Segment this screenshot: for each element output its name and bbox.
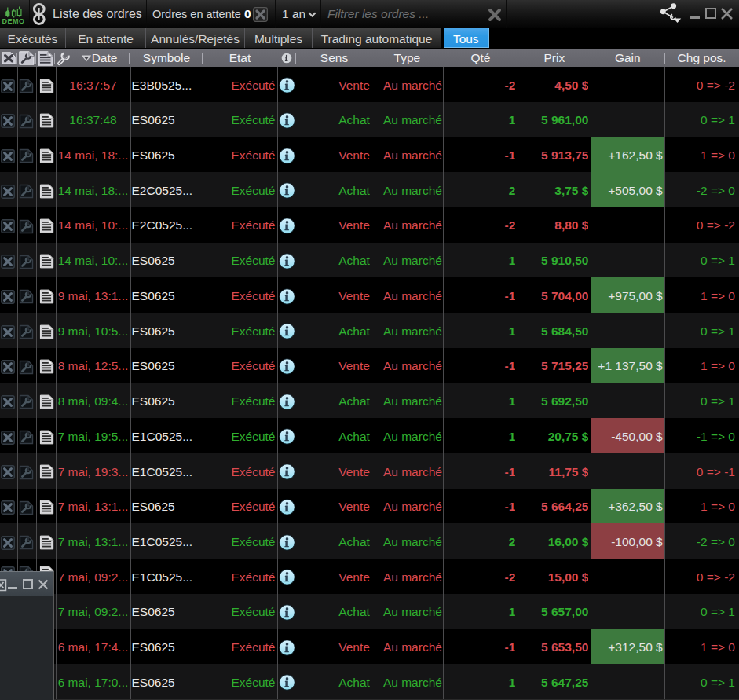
svg-text:DEMO: DEMO	[2, 17, 25, 25]
